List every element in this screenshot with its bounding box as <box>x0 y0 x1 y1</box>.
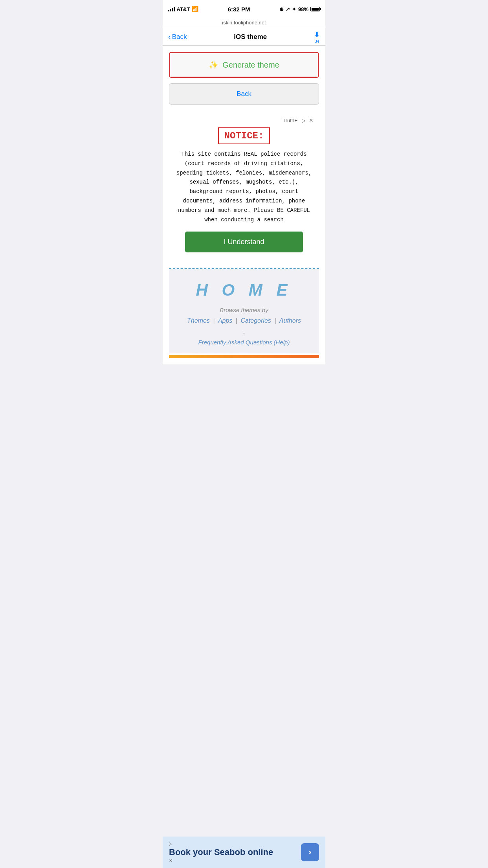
url-bar: iskin.tooliphone.net <box>163 17 325 28</box>
sep2: | <box>236 317 239 324</box>
download-icon: ⬇ <box>314 30 320 39</box>
authors-link[interactable]: Authors <box>279 317 301 324</box>
status-right: ⊕ ↗ ✦ 98% <box>279 6 320 12</box>
ad-source: TruthFi <box>283 118 299 123</box>
categories-link[interactable]: Categories <box>240 317 271 324</box>
ad-close-button[interactable]: ✕ <box>309 117 314 123</box>
main-content: ✨ Generate theme Back TruthFi ▷ ✕ NOTICE… <box>163 46 325 364</box>
url-text: iskin.tooliphone.net <box>222 20 266 26</box>
download-count: 34 <box>314 39 319 44</box>
signal-icon <box>168 7 175 11</box>
back-button[interactable]: ‹ Back <box>168 32 187 41</box>
notice-text: This site contains REAL police records (… <box>174 150 314 224</box>
battery-icon <box>310 7 320 11</box>
location-icon: ↗ <box>286 6 290 12</box>
generate-btn-wrapper: ✨ Generate theme <box>169 52 319 78</box>
dot-separator: . <box>177 327 311 336</box>
notice-box: NOTICE: <box>218 127 270 144</box>
browse-links: Themes | Apps | Categories | Authors <box>177 317 311 324</box>
status-left: AT&T 📶 <box>168 6 198 12</box>
generate-icon: ✨ <box>209 60 218 70</box>
ad-play-icon: ▷ <box>302 118 306 123</box>
back-chevron-icon: ‹ <box>168 32 171 41</box>
understand-button[interactable]: I Understand <box>185 232 303 252</box>
download-action[interactable]: ⬇ 34 <box>314 30 320 44</box>
apps-link[interactable]: Apps <box>218 317 232 324</box>
status-bar: AT&T 📶 6:32 PM ⊕ ↗ ✦ 98% <box>163 0 325 17</box>
status-time: 6:32 PM <box>228 6 250 13</box>
back-label: Back <box>172 33 187 41</box>
wifi-icon: 📶 <box>192 6 198 12</box>
home-title: H O M E <box>177 281 311 300</box>
faq-link[interactable]: Frequently Asked Questions (Help) <box>177 339 311 346</box>
battery-percent: 98% <box>298 6 308 12</box>
back-content-button[interactable]: Back <box>169 83 319 105</box>
generate-label: Generate theme <box>222 61 279 70</box>
sep1: | <box>213 317 216 324</box>
carrier-label: AT&T <box>177 6 190 12</box>
sep3: | <box>274 317 278 324</box>
home-section: H O M E Browse themes by Themes | Apps |… <box>169 269 319 353</box>
page-title: iOS theme <box>234 33 267 41</box>
at-icon: ⊕ <box>279 6 284 12</box>
themes-link[interactable]: Themes <box>187 317 210 324</box>
generate-theme-button[interactable]: ✨ Generate theme <box>170 53 318 77</box>
ad-section: TruthFi ▷ ✕ NOTICE: This site contains R… <box>169 112 319 258</box>
nav-bar: ‹ Back iOS theme ⬇ 34 <box>163 28 325 46</box>
bluetooth-icon: ✦ <box>292 6 296 12</box>
orange-strip <box>169 355 319 358</box>
browse-label: Browse themes by <box>177 307 311 313</box>
ad-header: TruthFi ▷ ✕ <box>174 117 314 123</box>
notice-title: NOTICE: <box>224 131 264 141</box>
